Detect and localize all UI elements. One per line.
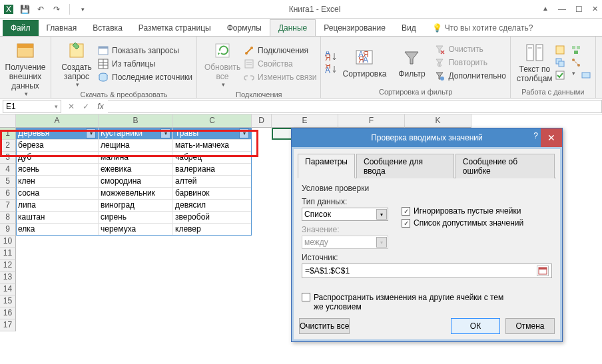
close-icon[interactable]: ✕ [592,5,598,14]
data-type-select[interactable]: Список▾ [302,208,388,221]
customize-qat-icon[interactable]: ▾ [78,5,87,14]
formula-input[interactable] [108,100,602,113]
svg-rect-46 [539,268,547,270]
remove-duplicates-icon[interactable] [555,57,565,68]
value-label: Значение: [302,225,388,234]
svg-rect-31 [536,45,543,61]
svg-line-42 [574,61,578,65]
text-to-columns-icon [524,42,545,63]
apply-changes-checkbox[interactable]: Распространить изменения на другие ячейк… [302,293,552,311]
dialog-tab-input-message[interactable]: Сообщение для ввода [356,154,454,178]
lightbulb-icon: 💡 [432,23,442,33]
cancel-formula-icon: ✕ [64,102,79,111]
group-label: Работа с данными [515,87,591,97]
sort-za-icon: ЯА [325,64,336,75]
advanced-filter-button[interactable]: Дополнительно [434,71,505,81]
cancel-button[interactable]: Отмена [505,318,555,334]
svg-rect-37 [574,51,578,54]
clear-icon [434,44,445,55]
svg-point-13 [245,52,248,55]
value-select: между▾ [302,236,388,249]
save-icon[interactable]: 💾 [20,5,29,14]
tab-file[interactable]: Файл [3,20,39,36]
properties-button: Свойства [244,59,316,69]
enter-formula-icon: ✓ [79,102,93,111]
refresh-all-button[interactable]: Обновить все▾ [201,39,244,89]
source-input[interactable]: =$A$1:$C$1 [302,264,552,278]
filter-button[interactable]: Фильтр [393,39,430,87]
tell-me[interactable]: 💡Что вы хотите сделать? [424,20,541,36]
svg-rect-34 [556,46,564,54]
source-label: Источник: [302,253,552,262]
from-table-button[interactable]: Из таблицы [98,59,192,69]
svg-rect-15 [245,60,253,68]
dialog-tab-error-alert[interactable]: Сообщение об ошибке [455,154,555,178]
svg-rect-35 [572,46,575,49]
relationships-icon[interactable] [571,57,581,68]
svg-rect-44 [582,73,590,78]
reapply-button: Повторить [434,57,505,68]
data-validation-icon[interactable] [555,70,565,81]
manage-data-model-icon[interactable] [581,70,591,81]
svg-rect-30 [527,45,533,61]
svg-text:А: А [325,66,330,75]
name-box[interactable]: E1▾ [3,100,61,113]
flash-fill-icon[interactable] [555,45,565,55]
connections-button[interactable]: Подключения [244,45,316,56]
ribbon-options-icon[interactable]: ▲ [542,5,549,14]
tab-home[interactable]: Главная [39,20,85,36]
svg-point-29 [440,77,444,81]
tab-review[interactable]: Рецензирование [316,20,394,36]
edit-links-button: Изменить связи [244,72,316,83]
undo-icon[interactable]: ↶ [36,5,45,14]
sort-za-button[interactable]: ЯА [325,64,336,75]
svg-text:X: X [6,5,11,14]
in-cell-dropdown-checkbox[interactable]: ✓Список допустимых значений [402,218,523,228]
tab-formulas[interactable]: Формулы [219,20,270,36]
reapply-icon [434,57,445,68]
edit-links-icon [244,72,254,83]
formula-bar: E1▾ ✕ ✓ fx [0,98,602,114]
tab-page-layout[interactable]: Разметка страницы [131,20,219,36]
tab-data[interactable]: Данные [270,19,316,36]
range-picker-icon[interactable] [537,266,549,276]
connections-icon [244,45,254,56]
get-external-data-button[interactable]: Получение внешних данных▾ [4,39,47,98]
consolidate-icon[interactable] [571,45,581,55]
dialog-tab-settings[interactable]: Параметры [298,154,355,178]
sort-az-button[interactable]: АЯ [325,51,336,62]
recent-sources-button[interactable]: Последние источники [98,72,192,83]
advanced-icon [434,71,445,81]
group-label: Сортировка и фильтр [325,87,505,97]
tab-insert[interactable]: Вставка [85,20,131,36]
svg-rect-6 [99,47,108,49]
sort-button[interactable]: АЯЯА Сортировка [340,39,389,87]
dialog-close-button[interactable]: ✕ [541,128,562,147]
maximize-icon[interactable]: ☐ [575,5,583,14]
refresh-icon [212,40,233,61]
svg-rect-43 [556,71,564,79]
validation-criteria-label: Условие проверки [302,184,552,193]
tab-view[interactable]: Вид [394,20,424,36]
redo-icon[interactable]: ↷ [52,5,61,14]
group-label: Скачать & преобразовать [55,89,192,100]
svg-rect-36 [577,46,580,49]
sort-icon: АЯЯА [354,47,375,68]
text-to-columns-button[interactable]: Текст по столбцам [515,39,555,87]
dropdown-icon[interactable]: ▾ [572,70,575,81]
new-query-button[interactable]: Создать запрос▾ [55,39,98,89]
fx-icon[interactable]: fx [93,102,108,111]
help-icon[interactable]: ? [533,131,538,140]
show-queries-button[interactable]: Показать запросы [98,45,192,56]
clear-filter-button: Очистить [434,44,505,55]
minimize-icon[interactable]: — [558,5,566,14]
recent-sources-icon [98,72,109,83]
new-query-icon [66,40,87,61]
data-type-label: Тип данных: [302,197,388,206]
ok-button[interactable]: ОК [451,318,500,334]
from-table-icon [98,59,109,69]
filter-icon [401,47,422,68]
ribbon: Получение внешних данных▾ Создать запрос… [0,36,602,98]
clear-all-button[interactable]: Очистить все [299,318,350,334]
ignore-blank-checkbox[interactable]: ✓Игнорировать пустые ячейки [402,206,523,216]
